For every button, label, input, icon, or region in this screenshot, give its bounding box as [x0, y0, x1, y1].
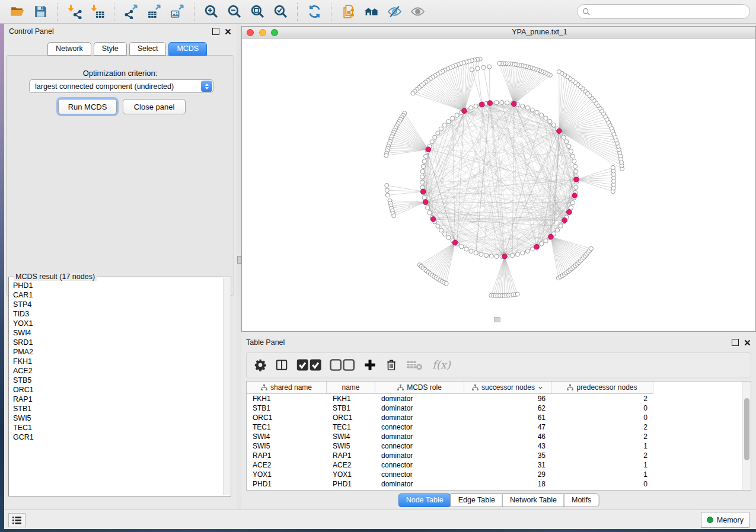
mcds-result-item[interactable]: STB5	[13, 376, 231, 385]
task-history-button[interactable]	[8, 513, 25, 527]
column-header-name[interactable]: name	[327, 382, 375, 393]
tab-edge-table[interactable]: Edge Table	[451, 493, 503, 507]
float-table-panel-icon[interactable]	[731, 339, 739, 347]
mcds-result-item[interactable]: CAR1	[13, 290, 231, 300]
zoom-in-icon[interactable]	[203, 4, 219, 20]
window-close-light[interactable]	[247, 29, 254, 36]
open-file-icon[interactable]	[9, 4, 25, 20]
toggle-columns-icon[interactable]	[275, 357, 288, 373]
tab-network-table[interactable]: Network Table	[502, 493, 564, 507]
export-table-icon[interactable]	[146, 4, 162, 20]
table-row[interactable]: SWI5SWI5connector431	[247, 441, 751, 451]
save-session-icon[interactable]	[33, 4, 49, 20]
mcds-result-item[interactable]: SWI5	[13, 414, 231, 423]
memory-button[interactable]: Memory	[701, 512, 749, 528]
mcds-result-item[interactable]: TID3	[13, 309, 231, 319]
zoom-selected-icon[interactable]	[273, 4, 289, 20]
mcds-result-item[interactable]: STB1	[13, 404, 231, 414]
node-table[interactable]: shared namenameMCDS rolesuccessor nodesp…	[246, 381, 751, 491]
node-table-body[interactable]: FKH1FKH1dominator962STB1STB1dominator620…	[247, 394, 751, 489]
table-row[interactable]: YOX1YOX1connector291	[247, 470, 751, 479]
network-window-titlebar[interactable]: YPA_prune.txt_1	[242, 27, 755, 39]
mcds-result-item[interactable]: YOX1	[13, 319, 231, 328]
column-header-shared-name[interactable]: shared name	[247, 382, 327, 393]
import-network-icon[interactable]	[66, 4, 82, 20]
search-input[interactable]	[591, 5, 749, 18]
panel-splitter[interactable]	[237, 24, 241, 509]
close-panel-button[interactable]: Close panel	[123, 99, 186, 114]
run-mcds-button[interactable]: Run MCDS	[58, 99, 117, 114]
close-panel-icon[interactable]	[224, 28, 232, 36]
table-row[interactable]: ACE2ACE2connector311	[247, 460, 751, 470]
status-bar: Memory	[4, 509, 756, 529]
cell-shared-name: STB1	[247, 404, 327, 412]
criterion-dropdown[interactable]: largest connected component (undirected)	[29, 79, 213, 93]
mcds-result-item[interactable]: SRD1	[13, 338, 231, 347]
tab-motifs[interactable]: Motifs	[564, 493, 599, 507]
table-row[interactable]: PHD1PHD1dominator180	[247, 479, 751, 489]
deselect-all-rows-icon[interactable]	[330, 357, 355, 373]
table-row[interactable]: FKH1FKH1dominator962	[247, 394, 751, 403]
mcds-result-item[interactable]: SWI4	[13, 328, 231, 338]
mcds-result-item[interactable]: TEC1	[13, 423, 231, 432]
window-minimize-light[interactable]	[259, 29, 266, 36]
mcds-result-list[interactable]: PHD1CAR1STP4TID3YOX1SWI4SRD1PMA2FKH1ACE2…	[8, 277, 231, 496]
toolbar-separator	[114, 3, 115, 21]
export-image-icon[interactable]	[170, 4, 186, 20]
tab-node-table[interactable]: Node Table	[398, 493, 451, 507]
mcds-result-item[interactable]: ACE2	[13, 366, 231, 376]
tab-style[interactable]: Style	[94, 42, 127, 56]
table-panel: Table Panel f(x) shared namenameMCDS rol…	[241, 335, 756, 509]
network-canvas[interactable]	[242, 38, 755, 331]
new-network-from-selection-icon[interactable]	[340, 4, 356, 20]
cell-name: ORC1	[327, 414, 375, 422]
select-all-rows-icon[interactable]	[296, 357, 321, 373]
close-table-panel-icon[interactable]	[744, 339, 751, 347]
hide-selected-icon[interactable]	[387, 4, 403, 20]
cell-predecessor-nodes: 2	[551, 451, 653, 460]
mcds-result-item[interactable]: RAP1	[13, 395, 231, 404]
table-row[interactable]: RAP1RAP1dominator352	[247, 451, 751, 460]
cell-name: PHD1	[327, 480, 375, 488]
column-header-predecessor-nodes[interactable]: predecessor nodes	[551, 382, 653, 393]
splitter-handle[interactable]	[237, 256, 241, 264]
table-row[interactable]: TEC1TEC1connector472	[247, 422, 751, 432]
import-table-icon[interactable]	[90, 4, 106, 20]
search-box[interactable]	[577, 4, 750, 19]
zoom-fit-icon[interactable]	[250, 4, 266, 20]
mcds-result-item[interactable]: GCR1	[13, 432, 231, 442]
mcds-result-item[interactable]: ORC1	[13, 385, 231, 395]
cell-name: SWI5	[327, 442, 375, 450]
mcds-result-item[interactable]: PHD1	[13, 281, 231, 290]
cell-predecessor-nodes: 1	[551, 442, 653, 450]
window-zoom-light[interactable]	[271, 29, 278, 36]
zoom-out-icon[interactable]	[227, 4, 243, 20]
mcds-result-item[interactable]: FKH1	[13, 357, 231, 366]
mcds-result-item[interactable]: STP4	[13, 300, 231, 309]
cell-name: ACE2	[327, 461, 375, 469]
node-table-header[interactable]: shared namenameMCDS rolesuccessor nodesp…	[247, 382, 653, 394]
table-row[interactable]: STB1STB1dominator620	[247, 403, 751, 413]
add-column-icon[interactable]	[363, 357, 377, 373]
mcds-list-scrollbar[interactable]	[223, 278, 230, 495]
control-panel: Control Panel NetworkStyleSelectMCDS Opt…	[4, 24, 237, 509]
network-scroll-grip[interactable]	[494, 317, 500, 322]
tab-network[interactable]: Network	[47, 42, 91, 56]
tab-select[interactable]: Select	[129, 42, 167, 56]
column-header-successor-nodes[interactable]: successor nodes	[464, 382, 551, 393]
float-panel-icon[interactable]	[212, 28, 219, 36]
table-row[interactable]: SWI4SWI4dominator462	[247, 432, 751, 441]
export-network-icon[interactable]	[123, 4, 139, 20]
table-scrollbar[interactable]	[742, 382, 751, 490]
mcds-result-title: MCDS result (17 nodes)	[14, 273, 97, 281]
table-gear-icon[interactable]	[254, 357, 267, 373]
first-neighbors-icon[interactable]	[363, 4, 379, 20]
table-row[interactable]: ORC1ORC1dominator610	[247, 413, 751, 422]
mcds-result-item[interactable]: PMA2	[13, 347, 231, 357]
table-scrollbar-thumb[interactable]	[744, 398, 749, 460]
cell-successor-nodes: 61	[464, 414, 551, 422]
delete-columns-icon[interactable]	[385, 357, 398, 373]
tab-mcds[interactable]: MCDS	[168, 42, 207, 56]
column-header-MCDS-role[interactable]: MCDS role	[375, 382, 464, 393]
refresh-icon[interactable]	[307, 4, 323, 20]
